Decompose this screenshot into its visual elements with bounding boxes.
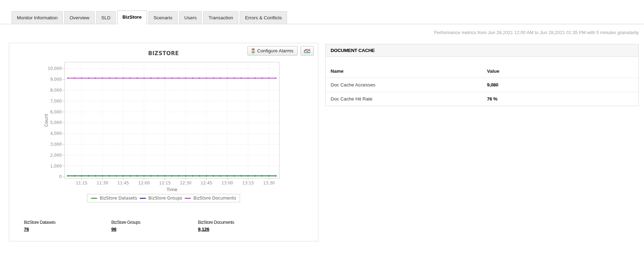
tab-overview[interactable]: Overview bbox=[64, 11, 94, 24]
y-tick-label: 5,000 bbox=[50, 120, 62, 125]
stat-value-link[interactable]: 76 bbox=[24, 227, 29, 232]
x-tick-label: 13:15 bbox=[242, 181, 254, 185]
series-marker bbox=[234, 175, 235, 177]
series-marker bbox=[227, 175, 228, 177]
series-marker bbox=[220, 175, 221, 177]
cell-value: 9,080 bbox=[482, 78, 639, 92]
legend-swatch-bizstore-documents bbox=[185, 198, 191, 199]
series-marker bbox=[102, 78, 103, 79]
series-marker bbox=[74, 78, 75, 79]
tab-monitor-information[interactable]: Monitor Information bbox=[12, 11, 63, 24]
tab-users[interactable]: Users bbox=[179, 11, 202, 24]
series-marker bbox=[95, 78, 96, 79]
stat-label: BizStore Documents bbox=[198, 220, 234, 225]
series-marker bbox=[199, 175, 200, 177]
configure-alarms-label: Configure Alarms bbox=[257, 48, 293, 53]
bizstore-chart-panel: Configure Alarms BIZSTORE 01,0002,0003,0… bbox=[9, 43, 318, 241]
series-marker bbox=[150, 78, 152, 79]
series-marker bbox=[254, 78, 256, 79]
x-tick-label: 12:15 bbox=[159, 181, 171, 185]
legend-items: BizStore DatasetsBizStore GroupsBizStore… bbox=[91, 196, 236, 201]
tab-bizstore[interactable]: BizStore bbox=[117, 11, 147, 24]
y-tick-label: 7,000 bbox=[50, 99, 62, 104]
configure-alarms-button[interactable]: Configure Alarms bbox=[247, 46, 298, 56]
series-marker bbox=[247, 175, 249, 177]
series-marker bbox=[74, 175, 75, 177]
y-tick-label: 10,000 bbox=[48, 66, 62, 71]
series-marker bbox=[157, 78, 159, 79]
series-marker bbox=[116, 78, 117, 79]
series-marker bbox=[81, 175, 82, 177]
series-marker bbox=[150, 175, 152, 177]
series-marker bbox=[206, 175, 207, 177]
series-marker bbox=[192, 175, 193, 177]
series-marker bbox=[164, 175, 166, 177]
series-marker bbox=[213, 78, 214, 79]
stat-bizstore-documents: BizStore Documents9,126 bbox=[198, 220, 234, 232]
column-header-value: Value bbox=[482, 65, 639, 78]
stat-value-link[interactable]: 9,126 bbox=[198, 227, 209, 232]
stat-value-link[interactable]: 98 bbox=[111, 227, 116, 232]
series-marker bbox=[122, 175, 124, 177]
document-cache-panel: DOCUMENT CACHE Name Value Doc Cache Acce… bbox=[325, 44, 639, 106]
tab-bar: Monitor InformationOverviewSLDBizStoreSc… bbox=[0, 0, 644, 24]
series-marker bbox=[109, 175, 110, 177]
chart-area: 01,0002,0003,0004,0005,0006,0007,0008,00… bbox=[41, 57, 318, 192]
tab-errors-conflicts[interactable]: Errors & Conflicts bbox=[240, 11, 287, 24]
series-marker bbox=[268, 175, 270, 177]
series-marker bbox=[213, 175, 214, 177]
series-marker bbox=[275, 175, 277, 177]
y-tick-label: 1,000 bbox=[50, 164, 62, 169]
series-marker bbox=[164, 78, 166, 79]
y-tick-label: 8,000 bbox=[50, 88, 62, 93]
series-marker bbox=[122, 78, 124, 79]
chart-type-button[interactable] bbox=[300, 46, 314, 56]
series-marker bbox=[102, 175, 103, 177]
series-marker bbox=[137, 175, 138, 177]
cell-name: Doc Cache Hit Rate bbox=[326, 92, 482, 106]
x-axis-label: Time bbox=[166, 187, 178, 192]
x-tick-label: 12:00 bbox=[138, 181, 150, 185]
table-row: Doc Cache Accesses9,080 bbox=[326, 78, 638, 92]
series-marker bbox=[95, 175, 96, 177]
content: Configure Alarms BIZSTORE 01,0002,0003,0… bbox=[0, 43, 644, 241]
bizstore-line-chart: 01,0002,0003,0004,0005,0006,0007,0008,00… bbox=[41, 57, 287, 192]
x-tick-label: 11:45 bbox=[118, 181, 129, 185]
table-row: Doc Cache Hit Rate76 % bbox=[326, 92, 638, 106]
x-tick-label: 12:30 bbox=[180, 181, 191, 185]
series-marker bbox=[261, 78, 263, 79]
stat-bizstore-datasets: BizStore Datasets76 bbox=[24, 220, 55, 232]
series-marker bbox=[144, 78, 145, 79]
series-marker bbox=[171, 78, 173, 79]
line-chart-icon bbox=[304, 48, 311, 53]
series-marker bbox=[88, 175, 89, 177]
traffic-light-icon bbox=[252, 48, 255, 53]
series-marker bbox=[109, 78, 110, 79]
tab-sld[interactable]: SLD bbox=[96, 11, 116, 24]
series-marker bbox=[116, 175, 117, 177]
chart-legend: BizStore DatasetsBizStore GroupsBizStore… bbox=[87, 194, 240, 202]
cell-value: 76 % bbox=[482, 92, 639, 106]
series-marker bbox=[157, 175, 159, 177]
tab-scenario[interactable]: Scenario bbox=[148, 11, 178, 24]
series-marker bbox=[67, 78, 68, 79]
series-marker bbox=[81, 78, 82, 79]
series-marker bbox=[234, 78, 235, 79]
series-marker bbox=[88, 78, 89, 79]
x-tick-label: 11:15 bbox=[76, 181, 87, 185]
table-header-row: Name Value bbox=[326, 65, 638, 78]
series-marker bbox=[268, 78, 270, 79]
legend-label-bizstore-groups: BizStore Groups bbox=[148, 196, 182, 201]
column-header-name: Name bbox=[326, 65, 482, 78]
y-tick-label: 2,000 bbox=[50, 153, 62, 158]
tab-transaction[interactable]: Transaction bbox=[203, 11, 238, 24]
series-marker bbox=[261, 175, 263, 177]
series-marker bbox=[247, 78, 249, 79]
series-marker bbox=[199, 78, 200, 79]
legend-label-bizstore-datasets: BizStore Datasets bbox=[100, 196, 137, 201]
y-tick-label: 9,000 bbox=[50, 77, 62, 82]
x-tick-label: 13:30 bbox=[263, 181, 275, 185]
series-marker bbox=[178, 175, 180, 177]
stat-label: BizStore Groups bbox=[111, 220, 140, 225]
document-cache-title: DOCUMENT CACHE bbox=[326, 44, 638, 57]
